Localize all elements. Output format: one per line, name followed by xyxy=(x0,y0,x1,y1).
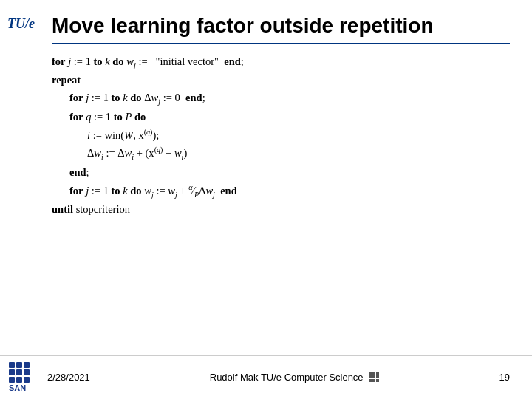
footer-center-text: Rudolf Mak TU/e Computer Science xyxy=(210,371,380,383)
code-line-2: for j := 1 to k do Δwj := 0 end; xyxy=(52,89,510,109)
footer-date: 2/28/2021 xyxy=(47,372,90,383)
footer: SAN 2/28/2021 Rudolf Mak TU/e Computer S… xyxy=(0,355,532,399)
svg-rect-4 xyxy=(16,369,22,375)
svg-rect-2 xyxy=(24,362,30,368)
code-line-repeat: repeat xyxy=(52,72,510,89)
svg-rect-16 xyxy=(369,379,372,382)
svg-rect-17 xyxy=(372,379,375,382)
svg-rect-7 xyxy=(16,377,22,383)
main-content: for j := 1 to k do wj := "initial vector… xyxy=(0,44,532,355)
svg-rect-6 xyxy=(9,377,15,383)
slide-title: Move learning factor outside repetition xyxy=(52,13,510,38)
svg-rect-1 xyxy=(16,362,22,368)
code-line-until: until stopcriterion xyxy=(52,201,510,219)
svg-rect-5 xyxy=(24,369,30,375)
svg-rect-8 xyxy=(24,377,30,383)
title-block: Move learning factor outside repetition xyxy=(52,13,510,44)
footer-attribution: Rudolf Mak TU/e Computer Science xyxy=(210,372,364,383)
svg-rect-14 xyxy=(372,375,375,378)
code-line-6: for j := 1 to k do wj := wj + α⁄PΔwj end xyxy=(52,182,510,201)
code-line-3: for q := 1 to P do xyxy=(52,109,510,126)
svg-text:SAN: SAN xyxy=(9,383,26,392)
svg-rect-0 xyxy=(9,362,15,368)
san-logo: SAN xyxy=(7,361,40,393)
svg-rect-11 xyxy=(372,372,375,375)
svg-rect-15 xyxy=(376,375,379,378)
svg-rect-3 xyxy=(9,369,15,375)
code-line-end1: end; xyxy=(52,164,510,182)
svg-rect-13 xyxy=(369,375,372,378)
header: TU/e Move learning factor outside repeti… xyxy=(0,0,532,44)
pseudo-code-block: for j := 1 to k do wj := "initial vector… xyxy=(52,53,510,219)
grid-icon xyxy=(368,371,380,383)
code-line-5: Δwi := Δwi + (x(q) − wi) xyxy=(52,144,510,163)
code-line-1: for j := 1 to k do wj := "initial vector… xyxy=(52,53,510,72)
svg-rect-18 xyxy=(376,379,379,382)
slide: TU/e Move learning factor outside repeti… xyxy=(0,0,532,399)
svg-rect-10 xyxy=(369,372,372,375)
code-line-4: i := win(W, x(q)); xyxy=(52,126,510,145)
tue-logo: TU/e xyxy=(7,13,52,32)
svg-rect-12 xyxy=(376,372,379,375)
footer-page-number: 19 xyxy=(499,372,510,383)
footer-left: SAN 2/28/2021 xyxy=(7,361,90,393)
